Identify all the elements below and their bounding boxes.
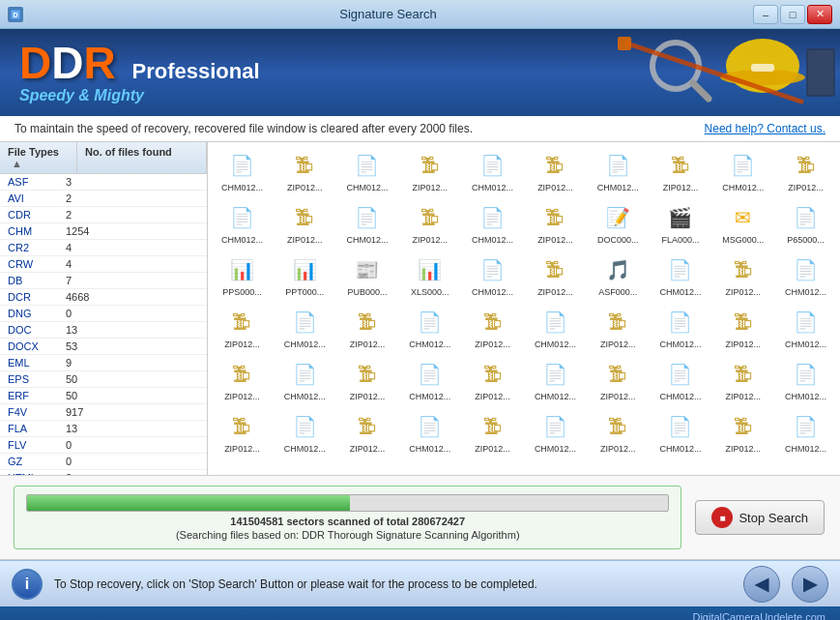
file-grid-item[interactable]: 🗜 ZIP012... xyxy=(525,251,586,301)
file-grid-item[interactable]: 🗜 ZIP012... xyxy=(399,146,460,196)
file-type-list[interactable]: ASF3AVI2CDR2CHM1254CR24CRW4DB7DCR4668DNG… xyxy=(0,174,207,475)
file-type-row[interactable]: F4V917 xyxy=(0,404,207,421)
forward-button[interactable]: ▶ xyxy=(792,566,828,603)
file-grid-item[interactable]: 📄 CHM012... xyxy=(525,407,586,458)
file-item-name: ZIP012... xyxy=(591,340,646,349)
file-type-row[interactable]: AVI2 xyxy=(0,191,207,207)
file-item-name: CHM012... xyxy=(465,287,520,297)
file-icon: 📄 xyxy=(291,307,318,338)
file-type-row[interactable]: HTML2 xyxy=(0,470,207,475)
help-link[interactable]: Need help? Contact us. xyxy=(705,122,826,135)
close-button[interactable]: ✕ xyxy=(807,5,832,24)
file-grid-item[interactable]: 🗜 ZIP012... xyxy=(212,407,273,458)
file-grid-item[interactable]: 📄 CHM012... xyxy=(588,146,649,196)
file-type-row[interactable]: DOCX53 xyxy=(0,339,207,355)
file-grid-item[interactable]: 📄 CHM012... xyxy=(399,303,460,353)
file-grid-item[interactable]: 🗜 ZIP012... xyxy=(337,407,398,458)
file-type-row[interactable]: DOC13 xyxy=(0,322,207,339)
file-grid-item[interactable]: 📄 CHM012... xyxy=(712,146,773,196)
file-grid-panel[interactable]: 📄 CHM012... 🗜 ZIP012... 📄 CHM012... 🗜 ZI… xyxy=(208,142,840,475)
file-grid-item[interactable]: 🗜 ZIP012... xyxy=(712,407,773,458)
file-grid-item[interactable]: 🗜 ZIP012... xyxy=(337,355,398,405)
file-grid-item[interactable]: 🗜 ZIP012... xyxy=(399,198,460,249)
file-type-row[interactable]: CDR2 xyxy=(0,207,207,223)
file-grid-item[interactable]: 🗜 ZIP012... xyxy=(212,303,273,353)
file-grid-item[interactable]: 🗜 ZIP012... xyxy=(525,198,586,249)
file-grid-item[interactable]: 📄 CHM012... xyxy=(337,146,398,196)
file-grid-item[interactable]: 📄 P65000... xyxy=(775,198,836,249)
file-icon: 📄 xyxy=(228,202,255,233)
file-type-row[interactable]: EML9 xyxy=(0,355,207,371)
file-grid-item[interactable]: 📄 CHM012... xyxy=(525,355,586,405)
file-grid-item[interactable]: 📄 CHM012... xyxy=(275,303,335,353)
file-type-row[interactable]: FLA13 xyxy=(0,421,207,437)
file-grid-item[interactable]: 🗜 ZIP012... xyxy=(712,303,773,353)
file-grid-item[interactable]: 📄 CHM012... xyxy=(651,355,711,405)
file-grid-item[interactable]: 📊 PPS000... xyxy=(212,251,273,301)
file-grid-item[interactable]: 📄 CHM012... xyxy=(462,198,523,249)
file-item-name: CHM012... xyxy=(215,235,270,245)
file-grid-item[interactable]: 🎵 ASF000... xyxy=(588,251,649,301)
file-count-value: 2 xyxy=(66,209,199,221)
file-grid-item[interactable]: 🗜 ZIP012... xyxy=(588,407,649,458)
file-grid-item[interactable]: 📰 PUB000... xyxy=(337,251,398,301)
file-grid-item[interactable]: 📄 CHM012... xyxy=(399,355,460,405)
file-type-label: CR2 xyxy=(8,242,66,253)
file-grid-item[interactable]: 🗜 ZIP012... xyxy=(462,407,523,458)
file-grid-item[interactable]: 🗜 ZIP012... xyxy=(275,146,335,196)
file-grid-item[interactable]: 🗜 ZIP012... xyxy=(275,198,335,249)
file-grid-item[interactable]: 📄 CHM012... xyxy=(775,407,836,458)
file-grid-item[interactable]: 📄 CHM012... xyxy=(399,407,460,458)
file-grid-item[interactable]: 📄 CHM012... xyxy=(462,146,523,196)
file-type-row[interactable]: DB7 xyxy=(0,273,207,289)
file-type-row[interactable]: DNG0 xyxy=(0,306,207,322)
file-type-row[interactable]: GZ0 xyxy=(0,454,207,470)
file-grid-item[interactable]: 📄 CHM012... xyxy=(212,198,273,249)
file-type-row[interactable]: CHM1254 xyxy=(0,223,207,240)
file-grid-item[interactable]: 🗜 ZIP012... xyxy=(525,146,586,196)
file-type-row[interactable]: CR24 xyxy=(0,240,207,256)
file-grid-item[interactable]: 🗜 ZIP012... xyxy=(462,303,523,353)
file-item-name: XLS000... xyxy=(402,287,457,297)
file-icon: 🗜 xyxy=(541,254,568,285)
file-grid-item[interactable]: 🗜 ZIP012... xyxy=(775,146,836,196)
file-grid-item[interactable]: 🗜 ZIP012... xyxy=(212,355,273,405)
file-type-row[interactable]: FLV0 xyxy=(0,437,207,454)
file-grid-item[interactable]: 🎬 FLA000... xyxy=(651,198,711,249)
file-grid-item[interactable]: 📄 CHM012... xyxy=(775,303,836,353)
file-grid-item[interactable]: 📄 CHM012... xyxy=(462,251,523,301)
file-type-row[interactable]: ERF50 xyxy=(0,388,207,404)
minimize-button[interactable]: – xyxy=(753,5,778,24)
file-grid-item[interactable]: 🗜 ZIP012... xyxy=(588,355,649,405)
file-item-name: ZIP012... xyxy=(277,183,333,192)
file-grid-item[interactable]: 🗜 ZIP012... xyxy=(651,146,711,196)
file-grid-item[interactable]: 📄 CHM012... xyxy=(775,251,836,301)
stop-search-button[interactable]: ■ Stop Search xyxy=(695,500,825,535)
file-type-row[interactable]: DCR4668 xyxy=(0,289,207,306)
file-grid-item[interactable]: 📄 CHM012... xyxy=(275,407,335,458)
file-type-row[interactable]: EPS50 xyxy=(0,371,207,388)
back-button[interactable]: ◀ xyxy=(743,566,780,603)
file-grid-item[interactable]: 📄 CHM012... xyxy=(651,251,711,301)
file-grid-item[interactable]: 📄 CHM012... xyxy=(651,303,711,353)
file-grid-item[interactable]: 📝 DOC000... xyxy=(588,198,649,249)
file-grid-item[interactable]: 🗜 ZIP012... xyxy=(462,355,523,405)
file-grid-item[interactable]: 🗜 ZIP012... xyxy=(712,355,773,405)
file-grid-item[interactable]: 📄 CHM012... xyxy=(775,355,836,405)
restore-button[interactable]: □ xyxy=(780,5,805,24)
file-grid-item[interactable]: 🗜 ZIP012... xyxy=(588,303,649,353)
file-grid-item[interactable]: 📄 CHM012... xyxy=(212,146,273,196)
file-grid-item[interactable]: 🗜 ZIP012... xyxy=(337,303,398,353)
file-grid-item[interactable]: 🗜 ZIP012... xyxy=(712,251,773,301)
file-grid-item[interactable]: 📊 XLS000... xyxy=(399,251,460,301)
file-grid-item[interactable]: 📊 PPT000... xyxy=(275,251,335,301)
file-type-row[interactable]: ASF3 xyxy=(0,174,207,191)
file-grid-item[interactable]: 📄 CHM012... xyxy=(337,198,398,249)
file-grid-item[interactable]: 📄 CHM012... xyxy=(651,407,711,458)
file-grid-item[interactable]: ✉ MSG000... xyxy=(712,198,773,249)
file-grid-item[interactable]: 📄 CHM012... xyxy=(275,355,335,405)
file-type-row[interactable]: CRW4 xyxy=(0,256,207,273)
file-count-value: 2 xyxy=(66,472,199,475)
file-grid-item[interactable]: 📄 CHM012... xyxy=(525,303,586,353)
progress-area: 141504581 sectors scanned of total 28067… xyxy=(0,476,840,560)
